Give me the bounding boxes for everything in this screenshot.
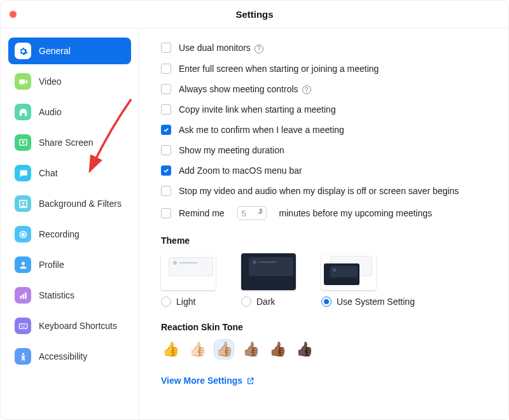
setting-row-copy-invite: Copy invite link when starting a meeting — [161, 104, 491, 115]
setting-label: Enter full screen when starting or joini… — [179, 64, 379, 74]
setting-row-dual-monitors: Use dual monitors? — [161, 43, 491, 53]
sidebar-item-label: Audio — [39, 107, 62, 117]
sidebar-item-share-screen[interactable]: Share Screen — [8, 129, 131, 156]
radio-light[interactable] — [161, 297, 171, 307]
svg-rect-7 — [22, 294, 24, 299]
profile-icon — [15, 256, 31, 273]
sidebar-item-label: Chat — [39, 168, 58, 178]
svg-point-4 — [22, 233, 24, 235]
setting-row-show-duration: Show my meeting duration — [161, 145, 491, 155]
skin-tone-2[interactable]: 👍🏼 — [214, 340, 234, 359]
remind-me-suffix: minutes before my upcoming meetings — [279, 208, 432, 218]
main-panel: Use dual monitors?Enter full screen when… — [139, 29, 508, 419]
person-frame-icon — [15, 195, 31, 212]
svg-point-12 — [24, 325, 24, 325]
remind-me-prefix: Remind me — [179, 208, 225, 218]
skin-tone-0[interactable]: 👍 — [161, 340, 180, 359]
sidebar-item-label: Share Screen — [39, 137, 94, 148]
close-window-button[interactable] — [10, 11, 17, 18]
radio-system[interactable] — [321, 297, 331, 307]
setting-label: Stop my video and audio when my display … — [179, 186, 459, 196]
radio-dark[interactable] — [241, 297, 251, 307]
checkbox-stop-av[interactable] — [161, 186, 171, 196]
svg-rect-14 — [22, 326, 25, 327]
sidebar-item-profile[interactable]: Profile — [8, 251, 131, 278]
sidebar-item-label: Recording — [39, 229, 80, 239]
checkbox-dual-monitors[interactable] — [161, 43, 171, 53]
sidebar-item-video[interactable]: Video — [8, 68, 131, 95]
setting-label: Show my meeting duration — [179, 145, 284, 155]
sidebar-item-label: Keyboard Shortcuts — [39, 321, 117, 331]
record-icon — [15, 226, 31, 242]
sidebar-item-recording[interactable]: Recording — [8, 221, 131, 248]
checkbox-menu-bar[interactable] — [161, 165, 171, 176]
theme-label: Dark — [256, 297, 275, 307]
chat-icon — [15, 165, 31, 181]
remind-me-checkbox[interactable] — [161, 208, 171, 218]
video-icon — [15, 73, 31, 90]
skin-tone-5[interactable]: 👍🏿 — [295, 340, 314, 359]
setting-row-show-controls: Always show meeting controls? — [161, 84, 491, 95]
setting-row-full-screen: Enter full screen when starting or joini… — [161, 64, 491, 74]
theme-option-light[interactable]: Light — [161, 253, 216, 307]
keyboard-icon — [15, 318, 31, 334]
sidebar-item-chat[interactable]: Chat — [8, 160, 131, 186]
sidebar-item-background-filters[interactable]: Background & Filters — [8, 190, 131, 217]
setting-row-confirm-leave: Ask me to confirm when I leave a meeting — [161, 125, 491, 135]
theme-label: Use System Setting — [337, 297, 415, 307]
checkbox-copy-invite[interactable] — [161, 104, 171, 115]
sidebar-item-label: Video — [39, 76, 62, 87]
titlebar: Settings — [1, 1, 508, 29]
sidebar-item-accessibility[interactable]: Accessibility — [8, 343, 131, 370]
sidebar-item-audio[interactable]: Audio — [8, 99, 131, 125]
checkbox-full-screen[interactable] — [161, 64, 171, 74]
setting-row-menu-bar: Add Zoom to macOS menu bar — [161, 165, 491, 176]
checkbox-show-duration[interactable] — [161, 145, 171, 155]
checkbox-show-controls[interactable] — [161, 84, 171, 94]
skin-tone-3[interactable]: 👍🏽 — [241, 340, 260, 359]
setting-label: Add Zoom to macOS menu bar — [179, 165, 302, 176]
sidebar-item-label: Statistics — [39, 290, 74, 300]
setting-label: Use dual monitors? — [179, 43, 263, 53]
help-icon[interactable]: ? — [302, 85, 311, 94]
svg-rect-9 — [19, 323, 27, 328]
sidebar-item-statistics[interactable]: Statistics — [8, 282, 131, 309]
svg-point-11 — [22, 325, 23, 325]
accessibility-icon — [15, 348, 31, 365]
svg-point-5 — [22, 262, 25, 265]
help-icon[interactable]: ? — [254, 45, 263, 53]
theme-heading: Theme — [161, 235, 491, 246]
checkbox-confirm-leave[interactable] — [161, 125, 171, 135]
theme-option-dark[interactable]: Dark — [241, 253, 296, 307]
sidebar-item-label: Profile — [39, 260, 64, 270]
remind-me-row: Remind me 5 minutes before my upcoming m… — [161, 206, 491, 220]
sidebar-item-label: General — [39, 46, 71, 56]
share-icon — [15, 134, 31, 151]
remind-minutes-input[interactable]: 5 — [237, 206, 267, 220]
gear-icon — [15, 43, 31, 59]
skin-tone-1[interactable]: 👍🏻 — [188, 340, 207, 359]
external-link-icon — [246, 377, 254, 385]
bars-icon — [15, 287, 31, 304]
setting-label: Copy invite link when starting a meeting — [179, 104, 336, 115]
svg-point-2 — [22, 202, 24, 204]
window-controls — [10, 11, 17, 18]
skin-tone-heading: Reaction Skin Tone — [161, 322, 491, 332]
skin-tone-4[interactable]: 👍🏾 — [268, 340, 287, 359]
svg-rect-6 — [20, 295, 22, 298]
svg-point-10 — [20, 325, 21, 325]
window-title: Settings — [235, 9, 273, 20]
theme-label: Light — [176, 297, 195, 307]
headphones-icon — [15, 104, 31, 120]
svg-point-13 — [20, 326, 21, 327]
sidebar-item-label: Background & Filters — [39, 199, 122, 209]
sidebar-item-general[interactable]: General — [8, 38, 131, 64]
svg-point-15 — [22, 353, 24, 354]
setting-row-stop-av: Stop my video and audio when my display … — [161, 186, 491, 196]
theme-option-system[interactable]: Use System Setting — [321, 253, 415, 307]
svg-rect-8 — [25, 292, 27, 298]
sidebar-item-label: Accessibility — [39, 351, 87, 361]
sidebar-item-keyboard-shortcuts[interactable]: Keyboard Shortcuts — [8, 312, 131, 339]
view-more-settings-link[interactable]: View More Settings — [161, 375, 254, 386]
setting-label: Always show meeting controls? — [179, 84, 311, 95]
